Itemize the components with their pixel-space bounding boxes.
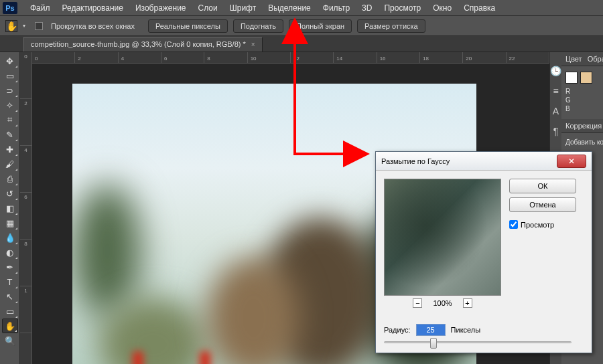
ruler-h-tick: 4 bbox=[119, 52, 161, 63]
radius-slider-thumb[interactable] bbox=[430, 338, 437, 349]
ok-button[interactable]: ОК bbox=[509, 179, 576, 193]
zoom-out-button[interactable]: − bbox=[413, 298, 422, 308]
hand-tool[interactable]: ✋ bbox=[2, 318, 18, 333]
menu-image[interactable]: Изображение bbox=[129, 1, 192, 15]
tool-palette: ✥ ▭ ⊃ ✧ ⌗ ✎ ✚ 🖌 ⎙ ↺ ◧ ▦ 💧 ◐ ✒ T ↖ ▭ ✋ 🔍 bbox=[0, 52, 20, 364]
add-adjustment-label: Добавить ко bbox=[565, 139, 603, 146]
color-panel-body: R G B bbox=[561, 66, 603, 119]
actual-pixels-button[interactable]: Реальные пикселы bbox=[148, 19, 228, 33]
ruler-v-tick: 8 bbox=[20, 240, 31, 286]
pen-tool[interactable]: ✒ bbox=[2, 260, 18, 274]
eyedropper-tool[interactable]: ✎ bbox=[2, 127, 18, 142]
vertical-ruler: 0 2 4 6 8 1 bbox=[20, 52, 32, 364]
scroll-all-label: Прокрутка во всех окнах bbox=[51, 22, 135, 30]
dialog-title: Размытие по Гауссу bbox=[381, 157, 557, 165]
preview-checkbox[interactable] bbox=[509, 220, 518, 229]
ruler-h-tick: 8 bbox=[204, 52, 247, 63]
history-panel-icon[interactable]: 🕒 bbox=[550, 66, 561, 76]
b-label: B bbox=[565, 105, 570, 112]
dialog-titlebar[interactable]: Размытие по Гауссу ✕ bbox=[376, 152, 592, 171]
ruler-h-tick: 12 bbox=[291, 52, 334, 63]
lasso-tool[interactable]: ⊃ bbox=[2, 83, 18, 98]
history-brush-tool[interactable]: ↺ bbox=[2, 186, 18, 201]
menu-bar: Ps Файл Редактирование Изображение Слои … bbox=[0, 0, 603, 16]
fit-screen-button[interactable]: Подогнать bbox=[233, 19, 283, 33]
character-panel-icon[interactable]: A bbox=[553, 106, 559, 116]
menu-select[interactable]: Выделение bbox=[262, 1, 317, 15]
shape-tool[interactable]: ▭ bbox=[2, 304, 18, 318]
cancel-button[interactable]: Отмена bbox=[509, 197, 576, 212]
dialog-close-button[interactable]: ✕ bbox=[557, 155, 586, 168]
menu-layers[interactable]: Слои bbox=[192, 1, 224, 15]
ruler-h-tick: 22 bbox=[507, 52, 549, 63]
tool-preset-dropdown[interactable]: ▾ bbox=[23, 23, 25, 29]
zoom-in-button[interactable]: + bbox=[463, 298, 472, 308]
adjustments-tab[interactable]: Коррекция bbox=[561, 119, 603, 133]
menu-view[interactable]: Просмотр bbox=[378, 1, 427, 15]
move-tool[interactable]: ✥ bbox=[2, 54, 18, 68]
menu-window[interactable]: Окно bbox=[427, 1, 458, 15]
dodge-tool[interactable]: ◐ bbox=[2, 245, 18, 260]
ruler-v-tick: 0 bbox=[20, 52, 31, 99]
ruler-h-tick: 16 bbox=[377, 52, 420, 63]
menu-type[interactable]: Шрифт bbox=[224, 1, 262, 15]
paragraph-panel-icon[interactable]: ¶ bbox=[553, 126, 559, 136]
zoom-tool[interactable]: 🔍 bbox=[2, 333, 18, 348]
ruler-h-tick: 10 bbox=[248, 52, 291, 63]
options-bar: ✋ ▾ Прокрутка во всех окнах Реальные пик… bbox=[0, 16, 603, 36]
brush-tool[interactable]: 🖌 bbox=[2, 157, 18, 171]
properties-panel-icon[interactable]: ≡ bbox=[553, 86, 558, 96]
ruler-v-tick: 2 bbox=[20, 99, 31, 146]
ruler-v-tick: 1 bbox=[20, 286, 31, 333]
ruler-v-tick: 4 bbox=[20, 146, 31, 193]
ruler-h-tick: 6 bbox=[161, 52, 204, 63]
preview-label: Просмотр bbox=[521, 221, 554, 229]
heal-tool[interactable]: ✚ bbox=[2, 142, 18, 157]
color-tab[interactable]: Цвет bbox=[565, 55, 582, 63]
g-label: G bbox=[565, 96, 571, 104]
background-swatch[interactable] bbox=[580, 72, 592, 84]
radius-label: Радиус: bbox=[384, 326, 411, 334]
gaussian-blur-dialog[interactable]: Размытие по Гауссу ✕ − 100% + ОК Отмена … bbox=[375, 151, 592, 353]
document-tab[interactable]: competition_source-thumb.jpg @ 33,3% (Сл… bbox=[23, 37, 263, 52]
ruler-h-tick: 0 bbox=[32, 52, 75, 63]
eraser-tool[interactable]: ◧ bbox=[2, 201, 18, 215]
color-panel-tabs: Цвет Обра bbox=[561, 52, 603, 66]
ruler-h-tick: 2 bbox=[75, 52, 118, 63]
hand-tool-icon[interactable]: ✋ bbox=[5, 20, 17, 32]
ruler-h-tick: 14 bbox=[334, 52, 377, 63]
ruler-v-tick: 6 bbox=[20, 193, 31, 240]
zoom-level: 100% bbox=[433, 299, 452, 307]
menu-help[interactable]: Справка bbox=[458, 1, 501, 15]
scroll-all-checkbox[interactable] bbox=[35, 22, 43, 30]
path-tool[interactable]: ↖ bbox=[2, 289, 18, 304]
gradient-tool[interactable]: ▦ bbox=[2, 215, 18, 230]
foreground-swatch[interactable] bbox=[565, 72, 578, 84]
adjustments-body: Добавить ко bbox=[561, 133, 603, 151]
r-label: R bbox=[565, 88, 570, 95]
type-tool[interactable]: T bbox=[2, 274, 18, 289]
blur-tool[interactable]: 💧 bbox=[2, 230, 18, 245]
document-tab-bar: competition_source-thumb.jpg @ 33,3% (Сл… bbox=[0, 36, 603, 52]
fill-screen-button[interactable]: Полный экран bbox=[289, 19, 352, 33]
menu-filter[interactable]: Фильтр bbox=[317, 1, 356, 15]
ruler-h-tick: 18 bbox=[420, 52, 463, 63]
ruler-h-tick: 20 bbox=[463, 52, 506, 63]
wand-tool[interactable]: ✧ bbox=[2, 98, 18, 112]
swatches-tab[interactable]: Обра bbox=[588, 55, 603, 63]
document-tab-title: competition_source-thumb.jpg @ 33,3% (Сл… bbox=[31, 40, 246, 48]
tab-close-icon[interactable]: × bbox=[251, 41, 255, 48]
radius-input[interactable] bbox=[416, 324, 446, 336]
menu-file[interactable]: Файл bbox=[24, 1, 56, 15]
print-size-button[interactable]: Размер оттиска bbox=[357, 19, 425, 33]
stamp-tool[interactable]: ⎙ bbox=[2, 171, 18, 186]
radius-slider[interactable] bbox=[384, 341, 572, 343]
menu-edit[interactable]: Редактирование bbox=[56, 1, 129, 15]
marquee-tool[interactable]: ▭ bbox=[2, 68, 18, 83]
horizontal-ruler: 0 2 4 6 8 10 12 14 16 18 20 22 bbox=[32, 52, 549, 64]
radius-unit: Пикселы bbox=[451, 326, 481, 334]
crop-tool[interactable]: ⌗ bbox=[2, 112, 18, 127]
ps-logo: Ps bbox=[3, 2, 17, 14]
blur-preview[interactable] bbox=[384, 179, 501, 296]
menu-3d[interactable]: 3D bbox=[356, 1, 378, 15]
